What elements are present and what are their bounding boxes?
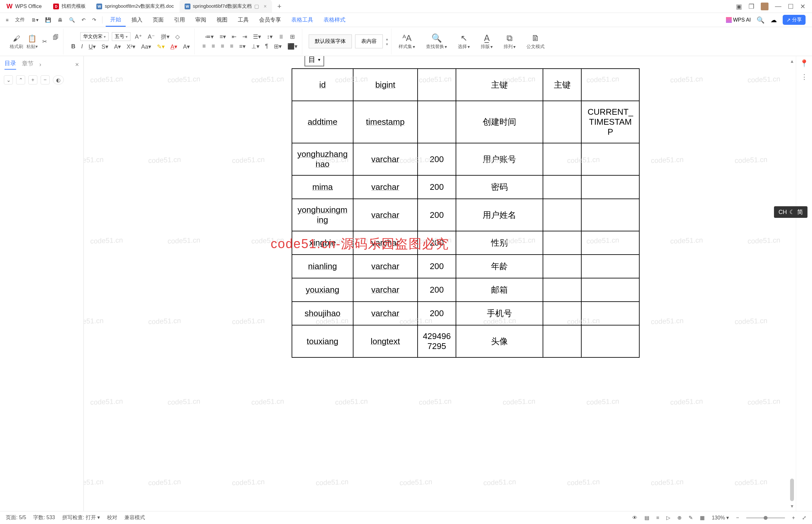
maximize-icon[interactable]: ☐ (788, 3, 794, 10)
add-icon[interactable]: + (28, 76, 37, 84)
columns-icon[interactable]: ⫼ (277, 33, 285, 40)
play-icon[interactable]: ▷ (666, 515, 670, 521)
increase-font-icon[interactable]: A⁺ (134, 33, 144, 41)
font-color-button[interactable]: A▾ (169, 43, 179, 51)
style-table[interactable]: 表内容 (355, 34, 383, 48)
text-wrap-icon[interactable]: ⊞ (289, 33, 296, 41)
tab-doc-2[interactable]: W springboot6bf7d数据库文档 ▢ × (180, 0, 272, 13)
style-up-icon[interactable]: ▴ (386, 37, 388, 41)
fullscreen-icon[interactable]: ⤢ (802, 515, 806, 521)
cut-icon[interactable]: ✂ (41, 37, 48, 46)
zoom-level[interactable]: 130% ▾ (712, 515, 729, 521)
menu-tab-view[interactable]: 视图 (212, 14, 232, 26)
phonetic-icon[interactable]: 拼▾ (160, 32, 171, 41)
close-window-icon[interactable]: ✕ (800, 3, 806, 10)
style-down-icon[interactable]: ▾ (386, 42, 388, 46)
format-brush-icon[interactable]: 🖌 (11, 33, 21, 44)
user-avatar[interactable] (761, 3, 768, 10)
close-icon[interactable]: × (264, 3, 266, 9)
highlight-button[interactable]: ✎▾ (156, 43, 166, 51)
expand-down-icon[interactable]: ⌄ (4, 76, 13, 84)
menu-tab-table-tools[interactable]: 表格工具 (287, 14, 318, 26)
spellcheck-status[interactable]: 拼写检查: 打开 ▾ (62, 514, 100, 521)
menu-tab-references[interactable]: 引用 (169, 14, 189, 26)
view-web-icon[interactable]: ⊕ (677, 515, 681, 521)
database-table[interactable]: id bigint 主键 主键 addtime timestamp 创建时间 C… (292, 68, 640, 358)
borders-icon[interactable]: ⊞▾ (272, 42, 283, 51)
document-area[interactable]: code51.cn code51.cn code51.cn code51.cn … (84, 56, 796, 511)
paste-icon[interactable]: 📋 (27, 33, 37, 44)
scroll-down-icon[interactable]: ▾ (791, 503, 793, 509)
view-eye-icon[interactable]: 👁 (632, 515, 637, 521)
italic-button[interactable]: I (80, 43, 84, 51)
toc-tab[interactable]: 目录 (4, 59, 16, 70)
decrease-indent-icon[interactable]: ⇤ (230, 33, 238, 41)
redo-icon[interactable]: ↷ (89, 16, 99, 24)
paragraph-icon[interactable]: ¶ (264, 42, 270, 50)
share-button[interactable]: ↗ 分享 (783, 15, 806, 25)
vertical-scrollbar[interactable]: ▴ ▾ (788, 56, 796, 511)
font-size-select[interactable]: 五号▾ (112, 32, 131, 41)
official-mode-button[interactable]: 🗎公文模式 (523, 33, 548, 50)
bullet-list-icon[interactable]: ≔▾ (204, 33, 215, 41)
close-panel-icon[interactable]: × (75, 61, 79, 68)
ime-badge[interactable]: CH ☾ 简 (774, 206, 808, 218)
table-header-cell[interactable]: 目 ▾ (304, 56, 324, 66)
scroll-thumb[interactable] (790, 478, 794, 501)
collapse-up-icon[interactable]: ⌃ (16, 76, 25, 84)
window-mode-icon[interactable]: ▣ (736, 3, 742, 10)
menu-tab-insert[interactable]: 插入 (127, 14, 147, 26)
view-grid-icon[interactable]: ▦ (700, 515, 705, 521)
minimize-icon[interactable]: — (775, 3, 781, 10)
align-center-icon[interactable]: ≡ (211, 42, 217, 50)
increase-indent-icon[interactable]: ⇥ (241, 33, 248, 41)
zoom-out-icon[interactable]: − (736, 515, 739, 521)
wps-ai-button[interactable]: WPS AI (726, 17, 751, 23)
file-menu[interactable]: 文件 (13, 15, 28, 24)
shading-para-icon[interactable]: ⬛▾ (286, 42, 299, 51)
menu-tab-review[interactable]: 审阅 (191, 14, 211, 26)
more-vert-icon[interactable]: ⋮ (801, 73, 808, 81)
scroll-up-icon[interactable]: ▴ (791, 58, 793, 64)
zoom-in-icon[interactable]: + (792, 515, 795, 521)
search-icon[interactable]: 🔍 (757, 16, 765, 24)
tab-templates[interactable]: D 找稻壳模板 (48, 0, 91, 13)
layout-button[interactable]: A̲排版▾ (477, 33, 497, 50)
print-icon[interactable]: 🖶 (55, 16, 65, 24)
cloud-icon[interactable]: ☁ (770, 16, 777, 24)
preview-icon[interactable]: 🔍 (66, 16, 78, 24)
find-replace-button[interactable]: 🔍查找替换▾ (422, 33, 451, 50)
strike-button[interactable]: S▾ (100, 43, 110, 51)
tab-doc-1[interactable]: W springbootf8m2v数据库文档.doc (91, 0, 179, 13)
view-outline-icon[interactable]: ≡ (656, 515, 659, 521)
view-page-icon[interactable]: ▤ (644, 515, 649, 521)
align-left-icon[interactable]: ≡ (201, 42, 207, 50)
distribute-icon[interactable]: ≡▾ (238, 42, 247, 51)
cube-icon[interactable]: ❒ (748, 3, 754, 10)
chapters-tab[interactable]: 章节 (22, 60, 34, 69)
arrange-button[interactable]: ⧉排列▾ (500, 33, 519, 50)
chevron-right-icon[interactable]: › (39, 61, 41, 68)
menu-tab-page[interactable]: 页面 (148, 14, 168, 26)
new-icon[interactable]: 🗎▾ (29, 16, 41, 24)
change-case-button[interactable]: Aa▾ (140, 43, 152, 51)
menu-tab-member[interactable]: 会员专享 (254, 14, 285, 26)
emphasis-button[interactable]: A▾ (113, 43, 122, 51)
shading-button[interactable]: A▾ (182, 43, 191, 51)
tab-stop-icon[interactable]: ⊥▾ (250, 42, 261, 51)
page-indicator[interactable]: 页面: 5/5 (6, 514, 26, 521)
undo-icon[interactable]: ↶ (79, 16, 88, 24)
hamburger-icon[interactable]: ≡ (3, 16, 11, 24)
remove-icon[interactable]: − (40, 76, 50, 84)
select-button[interactable]: ↖选择▾ (454, 33, 474, 50)
text-direction-icon[interactable]: ↕▾ (266, 33, 274, 41)
style-set-button[interactable]: ᴬA样式集▾ (395, 33, 419, 50)
zoom-slider[interactable] (746, 517, 785, 519)
view-note-icon[interactable]: ✎ (689, 515, 693, 521)
underline-button[interactable]: U▾ (87, 43, 97, 51)
save-icon[interactable]: 💾 (43, 16, 54, 24)
copy-icon[interactable]: 🗐 (52, 33, 60, 42)
font-family-select[interactable]: 华文仿宋▾ (80, 32, 109, 41)
word-count[interactable]: 字数: 533 (33, 514, 55, 521)
decrease-font-icon[interactable]: A⁻ (147, 33, 156, 41)
